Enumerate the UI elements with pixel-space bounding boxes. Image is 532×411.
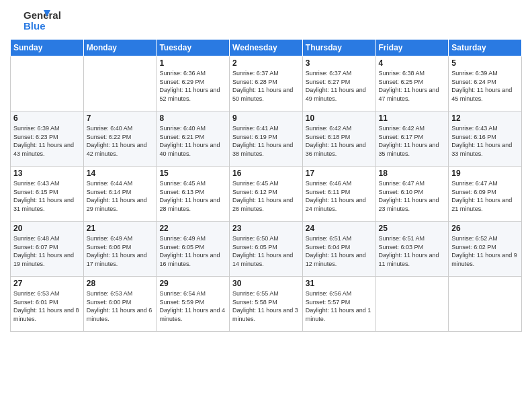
cell-info: Sunrise: 6:49 AMSunset: 6:05 PMDaylight:…	[159, 234, 226, 268]
calendar-cell: 3Sunrise: 6:37 AMSunset: 6:27 PMDaylight…	[302, 56, 375, 111]
day-number: 8	[159, 113, 226, 123]
calendar-cell: 5Sunrise: 6:39 AMSunset: 6:24 PMDaylight…	[449, 56, 522, 111]
cell-info: Sunrise: 6:39 AMSunset: 6:24 PMDaylight:…	[451, 69, 519, 103]
cell-info: Sunrise: 6:50 AMSunset: 6:05 PMDaylight:…	[232, 234, 300, 268]
calendar-cell	[83, 56, 157, 111]
day-number: 31	[306, 279, 373, 288]
day-number: 29	[159, 279, 226, 288]
cell-info: Sunrise: 6:41 AMSunset: 6:19 PMDaylight:…	[232, 124, 300, 158]
calendar-cell: 11Sunrise: 6:42 AMSunset: 6:17 PMDayligh…	[375, 111, 449, 167]
cell-info: Sunrise: 6:40 AMSunset: 6:22 PMDaylight:…	[87, 124, 154, 158]
logo-icon: General Blue	[10, 7, 64, 34]
day-header-tuesday: Tuesday	[157, 40, 230, 56]
day-number: 25	[379, 224, 446, 233]
day-number: 3	[306, 58, 373, 68]
day-number: 4	[379, 58, 446, 68]
day-number: 10	[306, 113, 373, 123]
cell-info: Sunrise: 6:48 AMSunset: 6:07 PMDaylight:…	[13, 234, 81, 268]
calendar-cell: 25Sunrise: 6:51 AMSunset: 6:03 PMDayligh…	[375, 222, 449, 277]
cell-info: Sunrise: 6:53 AMSunset: 6:01 PMDaylight:…	[13, 289, 81, 323]
days-header-row: SundayMondayTuesdayWednesdayThursdayFrid…	[11, 40, 522, 56]
day-number: 17	[306, 169, 373, 178]
calendar-cell: 17Sunrise: 6:46 AMSunset: 6:11 PMDayligh…	[302, 167, 375, 222]
header: General Blue	[10, 7, 522, 34]
day-number: 1	[159, 58, 226, 68]
calendar-cell: 14Sunrise: 6:44 AMSunset: 6:14 PMDayligh…	[83, 167, 157, 222]
calendar-cell: 15Sunrise: 6:45 AMSunset: 6:13 PMDayligh…	[157, 167, 230, 222]
day-number: 13	[13, 169, 81, 178]
calendar-cell: 30Sunrise: 6:55 AMSunset: 5:58 PMDayligh…	[230, 277, 303, 332]
day-header-saturday: Saturday	[449, 40, 522, 56]
day-number: 30	[232, 279, 300, 288]
week-row-5: 27Sunrise: 6:53 AMSunset: 6:01 PMDayligh…	[11, 277, 522, 332]
calendar-cell: 21Sunrise: 6:49 AMSunset: 6:06 PMDayligh…	[83, 222, 157, 277]
calendar-cell: 31Sunrise: 6:56 AMSunset: 5:57 PMDayligh…	[302, 277, 375, 332]
cell-info: Sunrise: 6:46 AMSunset: 6:11 PMDaylight:…	[306, 179, 373, 213]
cell-info: Sunrise: 6:37 AMSunset: 6:27 PMDaylight:…	[306, 69, 373, 103]
calendar-cell: 9Sunrise: 6:41 AMSunset: 6:19 PMDaylight…	[230, 111, 303, 167]
day-header-thursday: Thursday	[302, 40, 375, 56]
day-number: 7	[87, 113, 154, 123]
day-number: 6	[13, 113, 81, 123]
cell-info: Sunrise: 6:43 AMSunset: 6:15 PMDaylight:…	[13, 179, 81, 213]
day-number: 26	[451, 224, 519, 233]
day-number: 5	[451, 58, 519, 68]
cell-info: Sunrise: 6:47 AMSunset: 6:09 PMDaylight:…	[451, 179, 519, 213]
day-number: 24	[306, 224, 373, 233]
day-number: 14	[87, 169, 154, 178]
day-number: 19	[451, 169, 519, 178]
calendar-cell: 20Sunrise: 6:48 AMSunset: 6:07 PMDayligh…	[11, 222, 84, 277]
calendar-cell: 29Sunrise: 6:54 AMSunset: 5:59 PMDayligh…	[157, 277, 230, 332]
calendar-cell: 8Sunrise: 6:40 AMSunset: 6:21 PMDaylight…	[157, 111, 230, 167]
calendar-cell: 4Sunrise: 6:38 AMSunset: 6:25 PMDaylight…	[375, 56, 449, 111]
calendar-cell: 2Sunrise: 6:37 AMSunset: 6:28 PMDaylight…	[230, 56, 303, 111]
day-number: 12	[451, 113, 519, 123]
calendar-cell	[375, 277, 449, 332]
day-header-sunday: Sunday	[11, 40, 84, 56]
cell-info: Sunrise: 6:45 AMSunset: 6:12 PMDaylight:…	[232, 179, 300, 213]
cell-info: Sunrise: 6:54 AMSunset: 5:59 PMDaylight:…	[159, 289, 226, 323]
week-row-3: 13Sunrise: 6:43 AMSunset: 6:15 PMDayligh…	[11, 167, 522, 222]
svg-text:Blue: Blue	[24, 20, 46, 32]
calendar-cell: 13Sunrise: 6:43 AMSunset: 6:15 PMDayligh…	[11, 167, 84, 222]
cell-info: Sunrise: 6:45 AMSunset: 6:13 PMDaylight:…	[159, 179, 226, 213]
week-row-4: 20Sunrise: 6:48 AMSunset: 6:07 PMDayligh…	[11, 222, 522, 277]
logo: General Blue	[10, 7, 64, 34]
cell-info: Sunrise: 6:51 AMSunset: 6:04 PMDaylight:…	[306, 234, 373, 268]
day-header-monday: Monday	[83, 40, 157, 56]
calendar-cell: 18Sunrise: 6:47 AMSunset: 6:10 PMDayligh…	[375, 167, 449, 222]
cell-info: Sunrise: 6:44 AMSunset: 6:14 PMDaylight:…	[87, 179, 154, 213]
page: General Blue SundayMondayTuesdayWednesda…	[0, 0, 532, 411]
calendar-cell: 19Sunrise: 6:47 AMSunset: 6:09 PMDayligh…	[449, 167, 522, 222]
cell-info: Sunrise: 6:37 AMSunset: 6:28 PMDaylight:…	[232, 69, 300, 103]
week-row-2: 6Sunrise: 6:39 AMSunset: 6:23 PMDaylight…	[11, 111, 522, 167]
calendar-cell: 28Sunrise: 6:53 AMSunset: 6:00 PMDayligh…	[83, 277, 157, 332]
cell-info: Sunrise: 6:39 AMSunset: 6:23 PMDaylight:…	[13, 124, 81, 158]
calendar-cell: 6Sunrise: 6:39 AMSunset: 6:23 PMDaylight…	[11, 111, 84, 167]
calendar-cell: 12Sunrise: 6:43 AMSunset: 6:16 PMDayligh…	[449, 111, 522, 167]
calendar: SundayMondayTuesdayWednesdayThursdayFrid…	[10, 39, 522, 332]
svg-text:General: General	[24, 9, 61, 21]
day-number: 23	[232, 224, 300, 233]
cell-info: Sunrise: 6:53 AMSunset: 6:00 PMDaylight:…	[87, 289, 154, 323]
calendar-cell	[449, 277, 522, 332]
cell-info: Sunrise: 6:43 AMSunset: 6:16 PMDaylight:…	[451, 124, 519, 158]
day-number: 15	[159, 169, 226, 178]
calendar-cell: 26Sunrise: 6:52 AMSunset: 6:02 PMDayligh…	[449, 222, 522, 277]
day-number: 9	[232, 113, 300, 123]
day-number: 22	[159, 224, 226, 233]
cell-info: Sunrise: 6:47 AMSunset: 6:10 PMDaylight:…	[379, 179, 446, 213]
day-header-friday: Friday	[375, 40, 449, 56]
calendar-cell: 22Sunrise: 6:49 AMSunset: 6:05 PMDayligh…	[157, 222, 230, 277]
cell-info: Sunrise: 6:36 AMSunset: 6:29 PMDaylight:…	[159, 69, 226, 103]
week-row-1: 1Sunrise: 6:36 AMSunset: 6:29 PMDaylight…	[11, 56, 522, 111]
day-number: 18	[379, 169, 446, 178]
calendar-cell	[11, 56, 84, 111]
day-number: 16	[232, 169, 300, 178]
day-header-wednesday: Wednesday	[230, 40, 303, 56]
calendar-cell: 16Sunrise: 6:45 AMSunset: 6:12 PMDayligh…	[230, 167, 303, 222]
calendar-cell: 10Sunrise: 6:42 AMSunset: 6:18 PMDayligh…	[302, 111, 375, 167]
cell-info: Sunrise: 6:49 AMSunset: 6:06 PMDaylight:…	[87, 234, 154, 268]
calendar-cell: 1Sunrise: 6:36 AMSunset: 6:29 PMDaylight…	[157, 56, 230, 111]
cell-info: Sunrise: 6:42 AMSunset: 6:17 PMDaylight:…	[379, 124, 446, 158]
